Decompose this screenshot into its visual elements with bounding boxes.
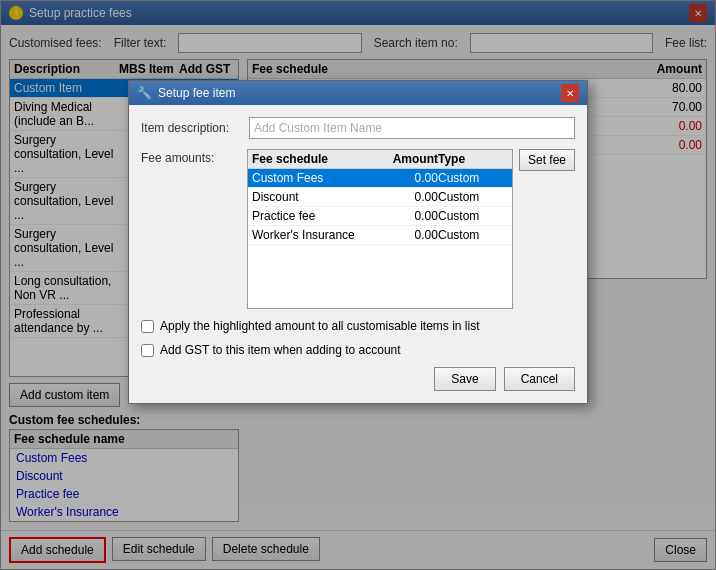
checkbox2-row: Add GST to this item when adding to acco…	[141, 343, 575, 357]
item-description-input[interactable]	[249, 117, 575, 139]
apply-highlighted-checkbox[interactable]	[141, 320, 154, 333]
checkbox1-row: Apply the highlighted amount to all cust…	[141, 319, 575, 333]
col-amount: Amount	[368, 152, 438, 166]
modal-cancel-button[interactable]: Cancel	[504, 367, 575, 391]
modal-overlay: 🔧 Setup fee item ✕ Item description: Fee…	[0, 0, 716, 570]
col-fee-schedule: Fee schedule	[252, 152, 368, 166]
checkbox1-label: Apply the highlighted amount to all cust…	[160, 319, 480, 333]
col-type: Type	[438, 152, 508, 166]
modal-save-button[interactable]: Save	[434, 367, 495, 391]
fee-amounts-row: Fee amounts: Fee schedule Amount Type Cu…	[141, 149, 575, 309]
modal-table-header: Fee schedule Amount Type	[248, 150, 512, 169]
checkbox2-label: Add GST to this item when adding to acco…	[160, 343, 401, 357]
set-fee-button[interactable]: Set fee	[519, 149, 575, 171]
modal-content: Item description: Fee amounts: Fee sched…	[129, 105, 587, 403]
add-gst-checkbox[interactable]	[141, 344, 154, 357]
modal-title-icon: 🔧	[137, 86, 152, 100]
modal-close-button[interactable]: ✕	[561, 84, 579, 102]
fee-amounts-table[interactable]: Fee schedule Amount Type Custom Fees 0.0…	[247, 149, 513, 309]
table-row[interactable]: Discount 0.00 Custom	[248, 188, 512, 207]
table-row[interactable]: Worker's Insurance 0.00 Custom	[248, 226, 512, 245]
fee-amounts-label: Fee amounts:	[141, 149, 241, 165]
modal-button-row: Save Cancel	[141, 367, 575, 391]
modal-title-bar: 🔧 Setup fee item ✕	[129, 81, 587, 105]
item-description-row: Item description:	[141, 117, 575, 139]
table-row[interactable]: Practice fee 0.00 Custom	[248, 207, 512, 226]
table-row[interactable]: Custom Fees 0.00 Custom	[248, 169, 512, 188]
item-description-label: Item description:	[141, 121, 241, 135]
setup-fee-item-modal: 🔧 Setup fee item ✕ Item description: Fee…	[128, 80, 588, 404]
modal-title: Setup fee item	[158, 86, 235, 100]
